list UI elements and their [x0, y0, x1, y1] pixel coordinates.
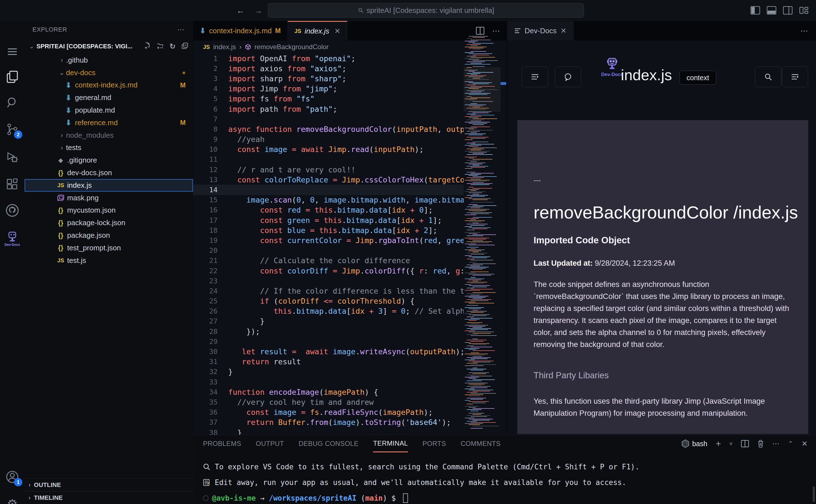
- customize-layout-icon[interactable]: [798, 5, 810, 16]
- devdocs-menu-button[interactable]: [782, 66, 808, 87]
- devdocs-more-icon[interactable]: ⋯: [800, 26, 816, 35]
- menu-icon[interactable]: [0, 41, 25, 63]
- tree-item-tests[interactable]: ›tests: [25, 142, 193, 154]
- chat-button[interactable]: [555, 66, 581, 87]
- tree-item-reference.md[interactable]: ⬇reference.mdM: [25, 117, 193, 129]
- minimap-line: [465, 325, 488, 325]
- minimap-line: [473, 113, 488, 113]
- minimap-line: [465, 354, 488, 354]
- command-center-search[interactable]: spriteAI [Codespaces: vigilant umbrella]: [268, 3, 584, 18]
- toggle-panel-icon[interactable]: [766, 5, 777, 16]
- tree-item-mask.png[interactable]: mask.png: [25, 192, 193, 204]
- minimap-line: [465, 145, 481, 146]
- panel-tab-comments[interactable]: COMMENTS: [461, 435, 500, 452]
- extensions-icon[interactable]: [0, 173, 25, 196]
- tree-item-test_prompt.json[interactable]: {}test_prompt.json: [25, 242, 193, 254]
- panel-tab-debug-console[interactable]: DEBUG CONSOLE: [299, 435, 359, 452]
- tree-item-package-lock.json[interactable]: {}package-lock.json: [25, 217, 193, 229]
- close-tab-icon[interactable]: ✕: [560, 27, 566, 35]
- panel-tab-problems[interactable]: PROBLEMS: [203, 435, 241, 452]
- devdocs-search-button[interactable]: [755, 66, 781, 87]
- shell-selector[interactable]: $_ bash: [682, 439, 707, 448]
- maximize-panel-icon[interactable]: ⌃: [788, 440, 793, 447]
- terminal-scrollbar[interactable]: [813, 486, 815, 502]
- context-badge[interactable]: context: [680, 71, 716, 85]
- minimap-line: [467, 259, 474, 259]
- minimap-line: [465, 180, 490, 180]
- new-terminal-icon[interactable]: +: [716, 439, 721, 449]
- terminal-dropdown-icon[interactable]: ˅: [729, 441, 733, 447]
- tree-item-general.md[interactable]: ⬇general.md: [25, 91, 193, 104]
- tree-item-dev-docs.json[interactable]: {}dev-docs.json: [25, 167, 193, 179]
- code-line: 16 const red = this.bitmap.data[idx + 0]…: [193, 205, 464, 215]
- github-icon[interactable]: [0, 199, 25, 222]
- forward-icon[interactable]: →: [254, 6, 263, 15]
- project-root-row[interactable]: ⌄ SPRITEAI [CODESPACES: VIGI... ↻: [25, 39, 193, 53]
- tree-item-populate.md[interactable]: ⬇populate.md: [25, 104, 193, 117]
- outline-list-button[interactable]: [522, 66, 548, 87]
- kill-terminal-icon[interactable]: [757, 440, 764, 448]
- run-debug-icon[interactable]: [0, 146, 25, 168]
- minimap-line: [465, 134, 486, 134]
- new-file-icon[interactable]: [144, 42, 151, 49]
- account-icon[interactable]: 1: [0, 466, 25, 488]
- tab-index-js[interactable]: JS index.js ✕: [288, 21, 347, 41]
- toggle-secondary-sidebar-icon[interactable]: [782, 5, 794, 16]
- breadcrumb-file[interactable]: index.js: [213, 43, 236, 51]
- refresh-icon[interactable]: ↻: [169, 42, 175, 51]
- minimap-line: [471, 248, 476, 249]
- tree-item-dev-docs[interactable]: ⌄dev-docs●: [25, 66, 193, 79]
- tab-context-index[interactable]: ⬇ context-index.js.md M: [193, 21, 288, 41]
- source-control-icon[interactable]: 2: [0, 118, 25, 141]
- close-panel-icon[interactable]: ✕: [801, 439, 808, 448]
- minimap-line: [469, 123, 487, 123]
- minimap-line: [469, 285, 490, 286]
- minimap[interactable]: [464, 35, 500, 435]
- tree-item-node_modules[interactable]: ›node_modules: [25, 129, 193, 142]
- tree-item-index.js[interactable]: JSindex.js: [25, 179, 193, 192]
- minimap-line: [469, 303, 494, 303]
- split-editor-icon[interactable]: [476, 27, 484, 35]
- minimap-line: [473, 107, 480, 107]
- list-arrow-icon: [531, 73, 539, 80]
- minimap-line: [471, 370, 483, 370]
- tree-item-mycustom.json[interactable]: {}mycustom.json: [25, 204, 193, 217]
- collapse-all-icon[interactable]: [181, 42, 188, 49]
- outline-section[interactable]: › OUTLINE: [25, 478, 193, 491]
- terminal[interactable]: To explore VS Code to its fullest, searc…: [203, 459, 639, 504]
- minimap-line: [465, 418, 474, 418]
- settings-gear-icon[interactable]: ⚙: [0, 493, 25, 504]
- tab-devdocs[interactable]: Dev-Docs ✕: [507, 21, 574, 41]
- editor-more-icon[interactable]: ⋯: [492, 26, 500, 35]
- tree-item-.gitignore[interactable]: ◆.gitignore: [25, 154, 193, 167]
- code-line: 25 if (colorDiff <= colorThreshold) {: [193, 296, 464, 306]
- minimap-line: [465, 87, 482, 88]
- timeline-label: TIMELINE: [34, 494, 63, 501]
- minimap-line: [469, 77, 483, 77]
- overview-ruler[interactable]: [500, 35, 506, 435]
- tree-item-context-index.js.md[interactable]: ⬇context-index.js.mdM: [25, 79, 193, 92]
- panel-tab-terminal[interactable]: TERMINAL: [373, 435, 408, 452]
- explorer-sidebar: EXPLORER ⋯ ⌄ SPRITEAI [CODESPACES: VIGI.…: [25, 21, 193, 504]
- toggle-sidebar-icon[interactable]: [749, 5, 761, 16]
- explorer-icon[interactable]: [0, 66, 25, 88]
- code-line: 3import sharp from "sharp";: [193, 73, 464, 84]
- devdocs-document[interactable]: --- removeBackgroundColor /index.js Impo…: [517, 120, 808, 434]
- panel-tab-output[interactable]: OUTPUT: [256, 435, 284, 452]
- timeline-section[interactable]: › TIMELINE: [25, 491, 193, 504]
- breadcrumb[interactable]: JS index.js › removeBackgroundColor: [193, 41, 507, 53]
- panel-more-icon[interactable]: ⋯: [772, 439, 780, 448]
- devdocs-view-icon[interactable]: Dev-Docs: [0, 225, 25, 252]
- breadcrumb-symbol[interactable]: removeBackgroundColor: [255, 43, 329, 51]
- tree-item-test.js[interactable]: JStest.js: [25, 254, 193, 267]
- back-icon[interactable]: ←: [236, 6, 245, 15]
- split-terminal-icon[interactable]: [741, 440, 749, 447]
- code-editor[interactable]: 1import OpenAI from "openai";2import axi…: [193, 53, 464, 435]
- new-folder-icon[interactable]: [156, 42, 164, 49]
- explorer-more-icon[interactable]: ⋯: [177, 25, 185, 34]
- search-view-icon[interactable]: [0, 91, 25, 114]
- panel-tab-ports[interactable]: PORTS: [423, 435, 446, 452]
- tree-item-.github[interactable]: ›.github: [25, 54, 193, 66]
- close-tab-icon[interactable]: ✕: [334, 27, 340, 35]
- tree-item-package.json[interactable]: {}package.json: [25, 229, 193, 242]
